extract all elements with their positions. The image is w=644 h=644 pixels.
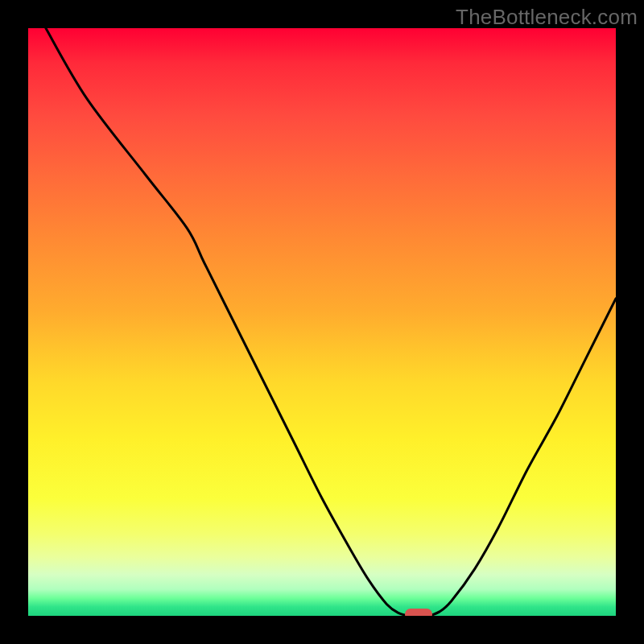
watermark-text: TheBottleneck.com bbox=[456, 5, 638, 30]
optimal-marker bbox=[405, 609, 432, 616]
bottleneck-curve bbox=[28, 28, 616, 616]
chart-frame: TheBottleneck.com bbox=[0, 0, 644, 644]
plot-area bbox=[28, 28, 616, 616]
